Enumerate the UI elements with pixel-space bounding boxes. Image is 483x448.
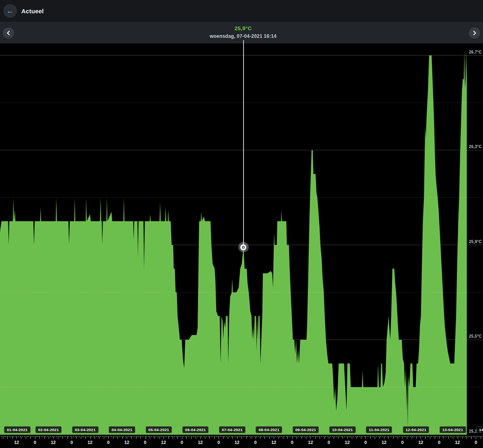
hour-tick [12,436,12,439]
hour-tick [89,436,89,437]
next-period-button[interactable] [469,27,480,39]
hour-tick [134,436,135,437]
hour-tick [136,436,136,439]
hour-tick [10,436,11,437]
hour-tick [448,436,449,439]
hour-tick [435,436,435,439]
hour-number-label: 12 [14,440,19,445]
hour-tick [147,436,147,437]
hour-tick [249,436,250,437]
hour-tick [125,436,126,437]
hour-tick [287,436,288,439]
hour-tick [58,436,58,439]
tooltip-bar: 25,9°C woensdag, 07-04-2021 16:14 [0,22,483,43]
hour-tick [60,436,60,437]
hour-number-label: 12 [345,440,350,445]
hour-tick [300,436,300,437]
hour-tick [18,436,19,437]
hour-tick [53,436,54,439]
hour-tick [180,436,181,437]
hour-tick [262,436,262,437]
hour-tick [320,436,320,439]
hour-tick [357,436,357,439]
hour-tick [438,436,438,437]
hour-number-label: 0 [34,440,36,445]
hour-tick [21,436,21,439]
hour-tick [272,436,272,437]
hour-tick [315,436,316,439]
hour-tick [128,436,129,437]
hour-tick [216,436,216,437]
hour-number-label: 0 [181,440,183,445]
hour-tick [193,436,193,437]
hour-tick [231,436,231,437]
temp-axis-label: 25,5°C [469,334,482,339]
hour-tick [33,436,34,437]
chart-canvas [0,43,483,435]
hour-tick [144,436,144,437]
hour-tick [208,436,208,437]
hour-tick [292,436,293,439]
selected-datetime: woensdag, 07-04-2021 16:14 [210,33,277,39]
hour-tick [349,436,349,437]
hour-tick [301,436,302,439]
hour-tick [17,436,17,439]
hour-tick [372,436,372,437]
hour-tick [413,436,413,437]
hour-tick [154,436,155,439]
hour-tick [211,436,211,437]
hour-tick [228,436,228,439]
hour-tick [110,436,110,437]
hour-tick [352,436,352,439]
hour-tick [378,436,378,437]
hour-tick [347,436,348,439]
time-axis[interactable]: 120120120120120120120120120120120120120 [0,435,483,448]
hour-tick [41,436,41,437]
marker-hole [242,246,245,249]
hour-tick [419,436,420,437]
hour-tick [340,436,340,437]
hour-tick [234,436,234,437]
hour-tick [454,436,455,437]
hour-tick [456,436,456,437]
hour-tick [29,436,29,437]
hour-tick [450,436,450,437]
hour-tick [258,436,259,437]
hour-tick [444,436,444,439]
hour-tick [56,436,57,437]
hour-tick [358,436,358,437]
hour-tick [99,436,99,439]
hour-tick [20,436,20,437]
hour-tick [402,436,403,439]
hour-tick [404,436,405,437]
hour-tick [430,436,430,439]
hour-tick [66,436,66,437]
hour-tick [64,436,64,437]
back-button[interactable]: ← [3,4,17,18]
hour-tick [173,436,173,439]
hour-tick [353,436,354,437]
hour-tick [421,436,421,439]
previous-period-button[interactable] [3,27,14,39]
hour-tick [1,436,2,437]
hour-tick [176,436,176,437]
hour-tick [6,436,6,437]
hour-tick [159,436,159,439]
hour-tick [239,436,239,437]
hour-tick [35,436,35,439]
hour-tick [344,436,345,437]
hour-tick [410,436,411,437]
hour-tick [395,436,395,437]
hour-tick [194,436,194,437]
hour-tick [327,436,328,437]
hour-tick [15,436,15,437]
hour-tick [243,436,244,437]
temperature-chart[interactable]: 26,7°C26,3°C25,9°C25,5°C25,1°C 01-04-202… [0,43,483,435]
hour-number-label: 0 [144,440,147,445]
hour-tick [205,436,205,439]
hour-tick [346,436,346,437]
hour-tick [186,436,187,439]
hour-tick [388,436,389,439]
date-badge: 10-04-2021 [329,426,356,433]
hour-number-label: 0 [475,440,477,445]
